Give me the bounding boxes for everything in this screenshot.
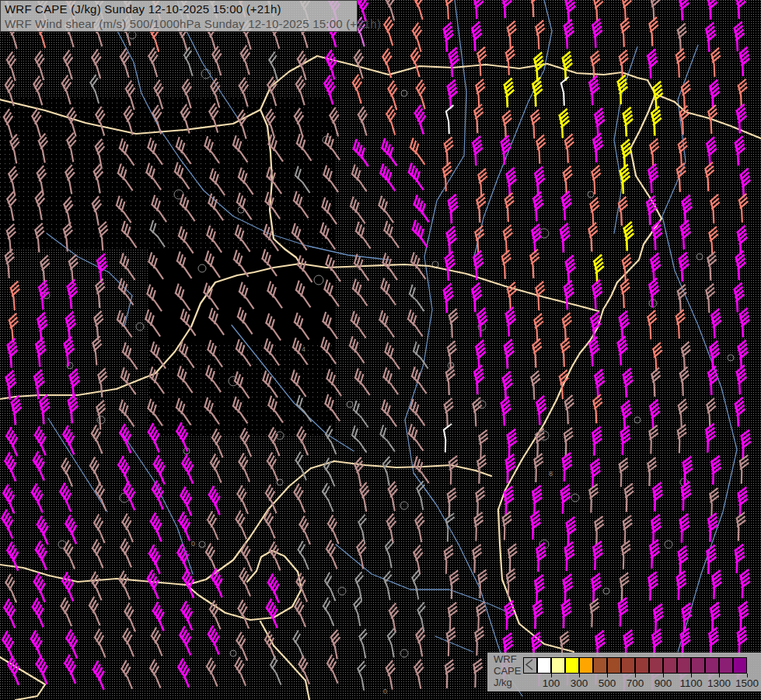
legend-tick-label: 700	[627, 677, 644, 689]
legend-color-cell	[733, 657, 747, 674]
title-overlay: WRF CAPE (J/kg) Sunday 12-10-2025 15:00 …	[0, 0, 358, 32]
legend-tick-row: 100300500700900110013001500	[523, 674, 756, 691]
legend-label-model: WRF	[494, 653, 521, 665]
legend-color-cell	[551, 657, 565, 674]
legend-tick-label: 900	[655, 677, 672, 689]
legend-color-cell	[677, 657, 691, 674]
legend-color-cell	[565, 657, 579, 674]
weather-map-view: 0084 WRF CAPE (J/kg) Sunday 12-10-2025 1…	[0, 0, 761, 700]
cape-contour-label: 8	[549, 470, 553, 478]
legend-color-cell	[705, 657, 719, 674]
legend-tick-label: 1300	[707, 677, 731, 689]
legend-color-cell	[663, 657, 677, 674]
legend-tick-label: 500	[599, 677, 616, 689]
legend-label-units: J/kg	[494, 677, 521, 688]
legend-color-cell	[649, 657, 663, 674]
title-line-shear: WRF Wind shear (m/s) 500/1000hPa Sunday …	[5, 16, 357, 31]
left-arrow-icon	[523, 657, 536, 672]
cape-legend-panel: WRF CAPE J/kg 10030050070090011001300150…	[487, 653, 761, 691]
legend-color-cell	[719, 657, 733, 674]
legend-color-cell	[635, 657, 649, 674]
legend-color-cell	[537, 657, 551, 674]
map-canvas: 0084	[0, 0, 761, 700]
legend-color-cell	[607, 657, 621, 674]
cape-contour-label: 0	[383, 688, 387, 695]
legend-colorbar	[523, 657, 747, 674]
cape-contour-label: 0	[191, 540, 195, 548]
cape-stipple-region	[334, 97, 761, 700]
legend-color-cell	[621, 657, 635, 674]
legend-color-cell	[593, 657, 607, 674]
legend-label-variable: CAPE	[494, 665, 521, 677]
cape-stipple-region	[0, 436, 334, 700]
title-line-cape: WRF CAPE (J/kg) Sunday 12-10-2025 15:00 …	[5, 2, 357, 16]
cape-contour-label: 4	[302, 345, 305, 353]
legend-color-cell	[691, 657, 705, 674]
legend-underflow-cell	[523, 657, 537, 674]
legend-tick-label: 300	[571, 677, 588, 689]
legend-color-cell	[579, 657, 593, 674]
legend-label: WRF CAPE J/kg	[494, 653, 521, 688]
legend-tick-label: 100	[543, 677, 560, 689]
legend-tick-label: 1100	[679, 677, 702, 689]
cape-stipple-region	[148, 342, 334, 436]
legend-tick-label: 1500	[735, 677, 759, 689]
cape-stipple-region	[0, 249, 148, 436]
